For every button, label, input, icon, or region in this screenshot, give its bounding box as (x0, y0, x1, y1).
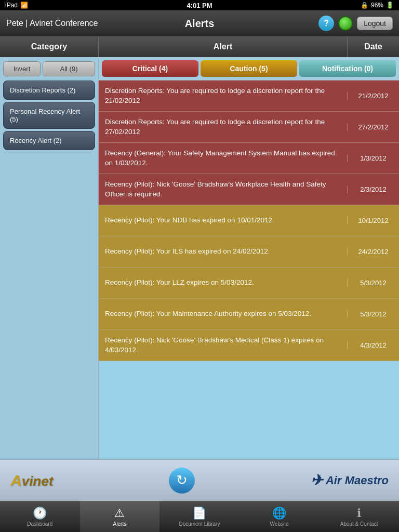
alert-row-8[interactable]: Recency (Pilot): Nick 'Goose' Bradshaw's… (99, 330, 399, 361)
tab-caution[interactable]: Caution (5) (201, 60, 297, 77)
logout-button[interactable]: Logout (357, 17, 393, 30)
refresh-button[interactable]: ↻ (169, 468, 195, 494)
alert-row-2[interactable]: Recency (General): Your Safety Managemen… (99, 143, 399, 174)
status-time: 4:01 PM (187, 2, 212, 9)
alert-date-0: 21/2/2012 (347, 92, 399, 100)
table-header: Category Alert Date (0, 36, 399, 57)
alert-message-1: Discretion Reports: You are required to … (99, 112, 347, 142)
website-icon: 🌐 (272, 507, 286, 520)
alert-rows: Discretion Reports: You are required to … (99, 81, 399, 361)
th-category: Category (0, 36, 99, 57)
lock-icon: 🔒 (361, 2, 368, 9)
avinet-logo: Avinet (10, 472, 53, 489)
air-maestro-text: Air Maestro (326, 474, 389, 487)
tab-dashboard[interactable]: 🕐 Dashboard (0, 501, 80, 532)
alert-message-0: Discretion Reports: You are required to … (99, 81, 347, 111)
tab-about-contact[interactable]: ℹ About & Contact (319, 501, 399, 532)
alert-message-8: Recency (Pilot): Nick 'Goose' Bradshaw's… (99, 330, 347, 361)
tab-notification[interactable]: Notification (0) (299, 60, 396, 77)
alert-date-4: 10/1/2012 (347, 217, 399, 224)
sidebar: Invert All (9) Discretion Reports (2) Pe… (0, 57, 99, 459)
wifi-icon: 📶 (20, 2, 28, 9)
tab-critical[interactable]: Critical (4) (102, 60, 198, 77)
avinet-logo-text: Avinet (10, 473, 53, 489)
filter-tabs: Critical (4) Caution (5) Notification (0… (99, 57, 399, 81)
alert-message-2: Recency (General): Your Safety Managemen… (99, 143, 347, 174)
document-icon: 📄 (192, 507, 206, 520)
alerts-icon: ⚠ (114, 507, 125, 520)
page-title: Alerts (185, 18, 215, 30)
dashboard-icon: 🕐 (33, 507, 47, 520)
invert-button[interactable]: Invert (3, 61, 41, 76)
tab-document-label: Document Library (179, 521, 220, 527)
alert-date-7: 5/3/2012 (347, 310, 399, 318)
header-actions: ? Logout (318, 16, 393, 31)
sidebar-top: Invert All (9) (3, 61, 95, 76)
tab-alerts[interactable]: ⚠ Alerts (80, 501, 160, 532)
alert-row-4[interactable]: Recency (Pilot): Your NDB has expired on… (99, 205, 399, 236)
alerts-panel: Critical (4) Caution (5) Notification (0… (99, 57, 399, 459)
alert-row-3[interactable]: Recency (Pilot): Nick 'Goose' Bradshaw's… (99, 174, 399, 205)
tab-document-library[interactable]: 📄 Document Library (159, 501, 240, 532)
tab-about-label: About & Contact (340, 521, 378, 527)
status-right: 🔒 96% 🔋 (361, 2, 394, 9)
status-bar: iPad 📶 4:01 PM 🔒 96% 🔋 (0, 0, 399, 10)
content-area: Invert All (9) Discretion Reports (2) Pe… (0, 57, 399, 459)
alert-row-1[interactable]: Discretion Reports: You are required to … (99, 112, 399, 143)
app-header: Pete | Avinet Conference Alerts ? Logout (0, 10, 399, 36)
sidebar-item-discretion[interactable]: Discretion Reports (2) (3, 81, 95, 100)
alert-row-5[interactable]: Recency (Pilot): Your ILS has expired on… (99, 236, 399, 268)
status-left: iPad 📶 (5, 2, 28, 9)
alert-message-6: Recency (Pilot): Your LLZ expires on 5/0… (99, 273, 347, 293)
plane-icon: ✈ (311, 472, 323, 489)
alert-message-4: Recency (Pilot): Your NDB has expired on… (99, 210, 347, 231)
status-indicator (338, 16, 353, 31)
alert-date-5: 24/2/2012 (347, 248, 399, 256)
info-icon: ℹ (357, 507, 361, 520)
device-label: iPad (5, 2, 18, 9)
alert-date-8: 4/3/2012 (347, 341, 399, 349)
refresh-icon: ↻ (176, 472, 188, 488)
alert-date-6: 5/3/2012 (347, 279, 399, 287)
brand-bar: Avinet ↻ ✈ Air Maestro (0, 459, 399, 501)
alert-date-2: 1/3/2012 (347, 154, 399, 162)
battery-icon: 🔋 (386, 2, 394, 9)
alert-row-6[interactable]: Recency (Pilot): Your LLZ expires on 5/0… (99, 268, 399, 299)
alert-message-7: Recency (Pilot): Your Maintenance Author… (99, 304, 347, 324)
battery-level: 96% (371, 2, 383, 9)
tab-dashboard-label: Dashboard (27, 521, 52, 527)
help-button[interactable]: ? (318, 16, 334, 31)
alert-date-3: 2/3/2012 (347, 185, 399, 193)
tab-bar: 🕐 Dashboard ⚠ Alerts 📄 Document Library … (0, 501, 399, 532)
alert-message-3: Recency (Pilot): Nick 'Goose' Bradshaw's… (99, 175, 347, 205)
alert-row-0[interactable]: Discretion Reports: You are required to … (99, 81, 399, 112)
tab-website-label: Website (270, 521, 289, 527)
alert-row-7[interactable]: Recency (Pilot): Your Maintenance Author… (99, 299, 399, 330)
app-title: Pete | Avinet Conference (6, 19, 98, 28)
tab-alerts-label: Alerts (113, 521, 127, 527)
all-button[interactable]: All (9) (43, 61, 95, 76)
th-date: Date (347, 36, 399, 57)
sidebar-item-personal-recency[interactable]: Personal Recency Alert (5) (3, 102, 95, 129)
sidebar-item-recency-alert[interactable]: Recency Alert (2) (3, 131, 95, 150)
alert-message-5: Recency (Pilot): Your ILS has expired on… (99, 242, 347, 262)
th-alert: Alert (99, 36, 347, 57)
air-maestro-logo: ✈ Air Maestro (311, 472, 389, 489)
alert-date-1: 27/2/2012 (347, 123, 399, 131)
tab-website[interactable]: 🌐 Website (240, 501, 320, 532)
